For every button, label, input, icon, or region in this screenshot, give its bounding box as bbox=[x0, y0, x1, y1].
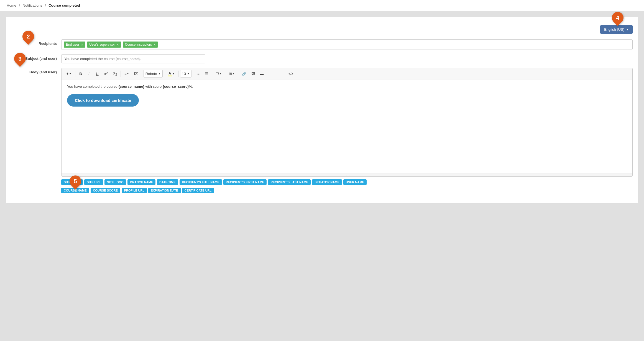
superscript-icon: X2 bbox=[104, 71, 108, 76]
tag-instructors-label: Course instructors bbox=[125, 43, 152, 46]
body-paragraph: You have completed the course {course_na… bbox=[67, 84, 627, 90]
bold-btn[interactable]: B bbox=[77, 70, 85, 78]
body-label: Body (end user) bbox=[11, 68, 61, 74]
subject-input[interactable] bbox=[61, 54, 205, 63]
table-icon: ⊞ bbox=[229, 72, 232, 76]
subscript-btn[interactable]: X2 bbox=[111, 70, 119, 78]
video-icon: ▬ bbox=[260, 72, 264, 76]
download-cert-button[interactable]: Click to download certificate bbox=[67, 94, 139, 107]
ul-icon: ≡ bbox=[197, 72, 200, 76]
variable-tag[interactable]: RECIPIENT'S LAST NAME bbox=[268, 179, 311, 185]
variable-tag[interactable]: SITE URL bbox=[84, 179, 103, 185]
table-caret: ▼ bbox=[232, 72, 234, 75]
recipients-container[interactable]: End user × User's supervisor × Course in… bbox=[61, 39, 633, 50]
body-content: ✦ ▼ B I U X2 bbox=[61, 68, 633, 193]
sep-10 bbox=[276, 71, 276, 77]
special-icon: T! bbox=[216, 72, 219, 76]
variable-tag[interactable]: DATE/TIME bbox=[157, 179, 178, 185]
variable-tag[interactable]: RECIPIENT'S FIRST NAME bbox=[223, 179, 267, 185]
editor-body[interactable]: You have completed the course {course_na… bbox=[62, 79, 632, 174]
tag-end-user-label: End user bbox=[66, 43, 79, 46]
sep-3 bbox=[142, 71, 142, 77]
align-btn[interactable]: ≡ ▼ bbox=[122, 70, 131, 78]
hr-icon: — bbox=[269, 72, 272, 76]
italic-btn[interactable]: I bbox=[85, 70, 93, 78]
clear-format-btn[interactable]: ⌧ bbox=[132, 70, 140, 78]
breadcrumb-home[interactable]: Home bbox=[7, 3, 16, 7]
variable-tag[interactable]: PROFILE URL bbox=[122, 188, 147, 193]
breadcrumb-notifications[interactable]: Notifications bbox=[23, 3, 42, 7]
main-wrapper: 2 3 4 5 English (US) ▼ bbox=[0, 11, 644, 209]
clear-format-icon: ⌧ bbox=[134, 72, 138, 76]
special-btn[interactable]: T! ▼ bbox=[214, 70, 224, 78]
language-dropdown[interactable]: English (US) ▼ bbox=[600, 25, 633, 34]
superscript-btn[interactable]: X2 bbox=[102, 70, 110, 78]
breadcrumb: Home / Notifications / Course completed bbox=[7, 3, 80, 7]
code-icon: </> bbox=[288, 72, 293, 76]
card-header-row: English (US) ▼ bbox=[11, 25, 633, 34]
tag-supervisor-close[interactable]: × bbox=[117, 43, 119, 46]
top-bar: Home / Notifications / Course completed bbox=[0, 0, 644, 11]
subject-row: Subject (end user) bbox=[11, 54, 633, 63]
font-caret: ▼ bbox=[158, 72, 161, 75]
code-btn[interactable]: </> bbox=[286, 70, 296, 78]
variable-tag[interactable]: BRANCH NAME bbox=[127, 179, 155, 185]
editor-wrapper: ✦ ▼ B I U X2 bbox=[61, 68, 633, 177]
tag-end-user-close[interactable]: × bbox=[81, 43, 83, 46]
variable-tag[interactable]: EXPIRATION DATE bbox=[148, 188, 181, 193]
breadcrumb-current: Course completed bbox=[48, 3, 80, 7]
annotation-bubble-3: 3 bbox=[12, 50, 28, 67]
video-btn[interactable]: ▬ bbox=[258, 70, 266, 78]
sep-7 bbox=[212, 71, 212, 77]
italic-icon: I bbox=[88, 72, 90, 76]
fullscreen-icon: ⛶ bbox=[280, 72, 283, 76]
link-btn[interactable]: 🔗 bbox=[240, 70, 249, 78]
tag-instructors-close[interactable]: × bbox=[154, 43, 156, 46]
sep-6 bbox=[193, 71, 193, 77]
magic-btn[interactable]: ✦ ▼ bbox=[64, 70, 74, 78]
hr-btn[interactable]: — bbox=[266, 70, 274, 78]
variable-tag[interactable]: INITIATOR NAME bbox=[312, 179, 342, 185]
align-icon: ≡ bbox=[124, 72, 127, 76]
magic-caret: ▼ bbox=[69, 72, 71, 75]
tag-end-user[interactable]: End user × bbox=[64, 42, 85, 48]
magic-icon: ✦ bbox=[66, 72, 69, 76]
tag-supervisor[interactable]: User's supervisor × bbox=[87, 42, 121, 48]
variable-tag[interactable]: COURSE SCORE bbox=[91, 188, 120, 193]
sep-8 bbox=[225, 71, 225, 77]
fullscreen-btn[interactable]: ⛶ bbox=[277, 70, 285, 78]
language-label: English (US) bbox=[604, 27, 624, 32]
variable-tag[interactable]: USER NAME bbox=[343, 179, 367, 185]
font-color-btn[interactable]: A ▼ bbox=[166, 70, 177, 78]
breadcrumb-sep-1: / bbox=[19, 3, 21, 7]
variable-tag[interactable]: SITE LOGO bbox=[104, 179, 126, 185]
variable-tag[interactable]: RECIPIENT'S FULL NAME bbox=[180, 179, 222, 185]
tag-supervisor-label: User's supervisor bbox=[89, 43, 115, 46]
table-btn[interactable]: ⊞ ▼ bbox=[227, 70, 237, 78]
recipients-row: Recipients End user × User's supervisor … bbox=[11, 39, 633, 50]
main-card: 2 3 4 5 English (US) ▼ bbox=[6, 17, 638, 203]
tag-instructors[interactable]: Course instructors × bbox=[123, 42, 158, 48]
font-color-indicator bbox=[168, 76, 172, 76]
sep-1 bbox=[75, 71, 75, 77]
image-icon: 🖼 bbox=[251, 72, 255, 76]
breadcrumb-sep-2: / bbox=[45, 3, 47, 7]
font-color-caret: ▼ bbox=[172, 72, 175, 75]
variable-tag[interactable]: CERTIFICATE URL bbox=[182, 188, 214, 193]
unordered-list-btn[interactable]: ≡ bbox=[195, 70, 202, 78]
variables-section: SITE NAMESITE URLSITE LOGOBRANCH NAMEDAT… bbox=[61, 179, 633, 193]
font-size-dropdown[interactable]: 13 ▼ bbox=[180, 70, 191, 78]
dropdown-caret-icon: ▼ bbox=[626, 28, 629, 31]
sep-4 bbox=[164, 71, 164, 77]
font-label: Roboto bbox=[145, 72, 157, 76]
font-dropdown[interactable]: Roboto ▼ bbox=[144, 70, 163, 78]
underline-icon: U bbox=[96, 72, 98, 76]
editor-resize-bar[interactable]: · · · bbox=[62, 174, 632, 176]
image-btn[interactable]: 🖼 bbox=[249, 70, 257, 78]
download-cert-label: Click to download certificate bbox=[75, 98, 131, 103]
subject-content bbox=[61, 54, 633, 63]
align-caret: ▼ bbox=[127, 72, 129, 75]
link-icon: 🔗 bbox=[242, 72, 246, 76]
underline-btn[interactable]: U bbox=[93, 70, 101, 78]
ordered-list-btn[interactable]: ☰ bbox=[203, 70, 211, 78]
